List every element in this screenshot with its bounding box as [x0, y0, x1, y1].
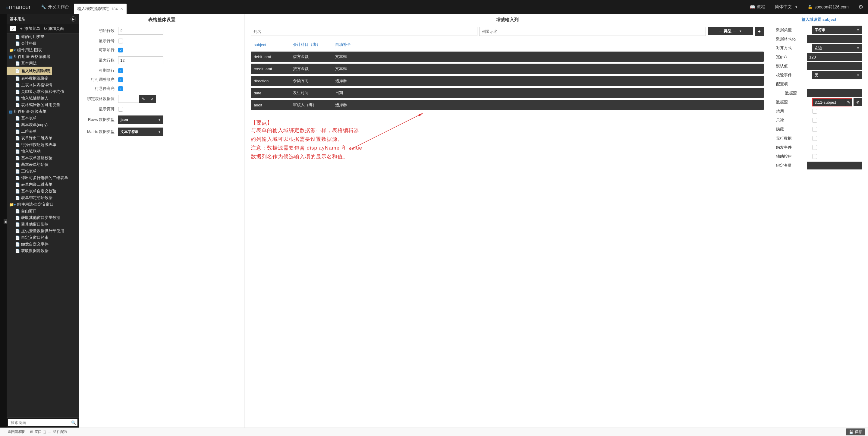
- select[interactable]: 字符串▼: [812, 26, 862, 34]
- text-input[interactable]: [807, 53, 862, 61]
- tree-node[interactable]: 📄表单绑定初始数据: [7, 195, 79, 201]
- checkbox[interactable]: ✓: [118, 48, 123, 53]
- tree-node[interactable]: ▦组件用法-超级表单: [7, 108, 79, 115]
- active-tab[interactable]: 输入域数据源绑定 184 ✕: [74, 4, 127, 14]
- text-input[interactable]: [807, 62, 862, 70]
- logo[interactable]: ≡nhancer: [0, 4, 36, 10]
- tree-node[interactable]: 📄基本表单: [7, 115, 79, 121]
- tree-node[interactable]: 📄会计科目: [7, 40, 79, 47]
- add-page-button[interactable]: ↻添加页面: [44, 26, 64, 31]
- save-button[interactable]: 💾保存: [846, 429, 865, 435]
- select[interactable]: 文本字符串▼: [118, 127, 163, 136]
- tree-node[interactable]: 📄获取数据源数据: [7, 248, 79, 254]
- back-button[interactable]: ← 返回流程图: [3, 429, 26, 435]
- play-icon[interactable]: ▶: [70, 16, 76, 22]
- checkbox[interactable]: [812, 145, 817, 150]
- column-type-select[interactable]: --- 类型 ---▼: [708, 27, 753, 35]
- tree-node[interactable]: 📄获取其他窗口变量数据: [7, 214, 79, 221]
- checkbox[interactable]: [812, 118, 817, 123]
- text-input[interactable]: [807, 162, 862, 170]
- tree-node[interactable]: 📄三维表单: [7, 168, 79, 175]
- expand-button[interactable]: ⤢: [10, 26, 16, 31]
- tree-node[interactable]: 📄表单弹出二维表单: [7, 135, 79, 141]
- tree-node[interactable]: 📄自定义窗口约束: [7, 234, 79, 241]
- ds-input[interactable]: [118, 95, 139, 103]
- edit-icon[interactable]: ✎: [139, 95, 148, 103]
- checkbox[interactable]: [812, 109, 817, 114]
- user-menu[interactable]: 🔒soooon@126.com: [803, 4, 854, 9]
- checkbox[interactable]: ✓: [118, 68, 123, 73]
- tree-node[interactable]: 📄基本表单(copy): [7, 121, 79, 128]
- add-column-button[interactable]: ＋: [755, 27, 764, 36]
- setting-label: 绑定表格数据源: [85, 96, 118, 101]
- tree-node[interactable]: 📄自由窗口: [7, 208, 79, 214]
- select[interactable]: 左边▼: [812, 44, 862, 52]
- text-input[interactable]: [807, 35, 862, 43]
- text-input[interactable]: [807, 89, 862, 97]
- tree-label: 组件用法-超级表单: [14, 109, 46, 114]
- search-icon[interactable]: 🔍: [70, 419, 78, 426]
- tree-node[interactable]: ▦组件用法-表格编辑器: [7, 53, 79, 60]
- tree-node[interactable]: 📁▾组件用法-图表: [7, 47, 79, 53]
- sidebar-header: 基本用法 ▶: [7, 14, 79, 24]
- select[interactable]: json▼: [118, 115, 163, 124]
- tree-node[interactable]: 📄触发自定义事件: [7, 241, 79, 248]
- tutorial-link[interactable]: 📖教程: [745, 4, 770, 10]
- checkbox[interactable]: [118, 107, 123, 112]
- rail-collapse-button[interactable]: ◀: [4, 219, 7, 224]
- tree-node[interactable]: 📄页脚显示求和值和平均值: [7, 88, 79, 95]
- crumb-window[interactable]: ⊞ 窗口 ⬚: [30, 429, 46, 435]
- column-row[interactable]: direction余额方向选择器: [251, 76, 764, 86]
- tree-node[interactable]: 📄基本表单自定义校验: [7, 188, 79, 195]
- crumb-component[interactable]: 组件配置: [53, 429, 67, 435]
- tree-node[interactable]: 📄提供变量数据供外部使用: [7, 228, 79, 234]
- setting-label: 显示页脚: [85, 107, 118, 112]
- tree-node[interactable]: 📄输入域辅助输入: [7, 95, 79, 101]
- checkbox[interactable]: [812, 136, 817, 141]
- column-row[interactable]: audit审核人（绑）选择器: [251, 100, 764, 110]
- checkbox[interactable]: [812, 154, 817, 159]
- ban-icon[interactable]: ⊘: [148, 95, 156, 103]
- checkbox[interactable]: ✓: [118, 77, 123, 82]
- tree-node[interactable]: 📄基本用法: [7, 60, 79, 67]
- column-header-row[interactable]: subject 会计科目（绑） 自动补全: [251, 39, 764, 50]
- text-input[interactable]: [118, 56, 163, 64]
- column-row[interactable]: debit_amt借方金额文本框: [251, 52, 764, 62]
- add-menu-button[interactable]: ＋添加菜单: [19, 26, 40, 31]
- column-row[interactable]: credit_amt贷方金额文本框: [251, 64, 764, 74]
- tree-node[interactable]: 📄弹出可多行选择的二维表单: [7, 175, 79, 181]
- close-icon[interactable]: ✕: [120, 7, 123, 11]
- tree-node[interactable]: 📁▾组件用法-自定义窗口: [7, 201, 79, 208]
- chevron-down-icon: ▼: [857, 74, 860, 77]
- tree-node[interactable]: 📄基本表单初始值: [7, 161, 79, 168]
- field-props-column: 输入域设置 subject 数据类型字符串▼数据格式化对齐方式左边▼宽(px)默…: [770, 14, 868, 428]
- column-row[interactable]: date发生时间日期: [251, 88, 764, 98]
- tree-node[interactable]: 📄行操作按钮超级表单: [7, 141, 79, 148]
- select[interactable]: 无▼: [812, 71, 862, 79]
- text-input[interactable]: [118, 27, 163, 35]
- tree-node[interactable]: 📄表格编辑器的可用变量: [7, 101, 79, 108]
- tree-node[interactable]: 📄树的可用变量: [7, 33, 79, 40]
- tree-node[interactable]: 📄主表->从表格详情: [7, 82, 79, 88]
- tree-node[interactable]: 📄表单内嵌二维表单: [7, 181, 79, 188]
- lang-select[interactable]: 简体中文▼: [770, 4, 803, 10]
- column-name-input[interactable]: [251, 27, 477, 36]
- settings-button[interactable]: ⚙: [854, 4, 868, 10]
- tree-node[interactable]: 📄基本表单基础校验: [7, 155, 79, 161]
- edit-icon[interactable]: ✎: [845, 98, 852, 106]
- checkbox[interactable]: [812, 127, 817, 132]
- tree-node[interactable]: 📄输入域联动: [7, 148, 79, 155]
- chevron-down-icon: ▼: [857, 28, 860, 32]
- tree-node[interactable]: 📄二维表单: [7, 128, 79, 135]
- tree-node[interactable]: 📄表格数据源绑定: [7, 75, 79, 82]
- datasource-box: 3:11-subject✎: [812, 98, 852, 107]
- checkbox[interactable]: [118, 38, 123, 43]
- tree-node[interactable]: 📄受其他窗口影响: [7, 221, 79, 228]
- dev-console-link[interactable]: 🔧开发工作台: [36, 4, 74, 10]
- checkbox[interactable]: ✓: [118, 86, 123, 91]
- tree-label: 提供变量数据供外部使用: [21, 228, 64, 234]
- tree-node[interactable]: 📄输入域数据源绑定: [7, 67, 52, 75]
- ban-icon[interactable]: ⊘: [854, 98, 862, 106]
- column-display-input[interactable]: [479, 27, 706, 36]
- search-input[interactable]: [8, 419, 70, 426]
